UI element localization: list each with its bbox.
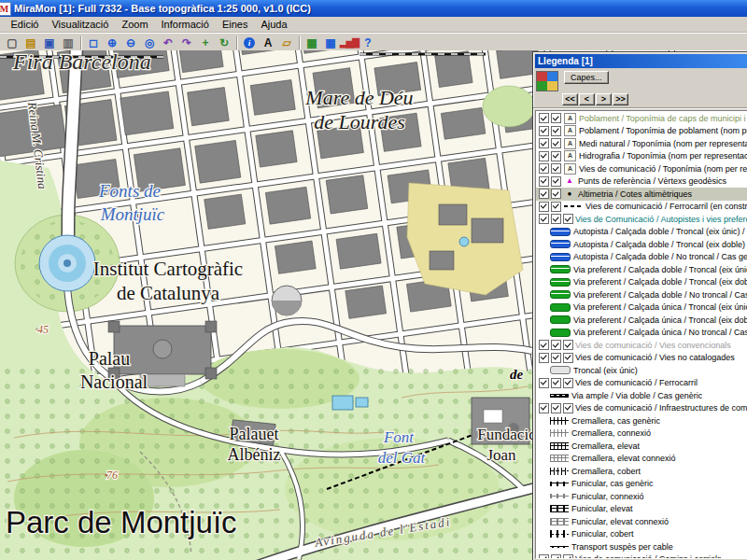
save-button[interactable]: ▣ xyxy=(40,35,59,50)
legend-row[interactable]: Funicular, connexió xyxy=(536,490,747,503)
layers-button[interactable]: Capes... xyxy=(564,71,609,84)
layer-checkbox[interactable] xyxy=(539,163,549,174)
layer-checkbox[interactable] xyxy=(551,353,561,363)
layer-checkbox[interactable] xyxy=(563,378,573,388)
layer-checkbox[interactable] xyxy=(539,113,549,123)
info-query-button[interactable]: i xyxy=(240,35,259,50)
legend-row[interactable]: Funicular, cobert xyxy=(536,528,747,541)
refresh-button[interactable]: ↻ xyxy=(215,35,233,50)
pan-button[interactable]: + xyxy=(196,35,215,50)
legend-row[interactable]: Via preferent / Calçada doble / Troncal … xyxy=(536,263,747,276)
layer-checkbox[interactable] xyxy=(563,340,573,350)
layer-checkbox[interactable] xyxy=(539,353,549,363)
layer-checkbox[interactable] xyxy=(563,353,573,363)
zoom-next-button[interactable]: ↷ xyxy=(177,35,196,50)
legend-row[interactable]: Poblament / Toponímia de caps de municip… xyxy=(536,112,747,125)
layer-checkbox[interactable] xyxy=(551,151,561,161)
menu-zoom[interactable]: Zoom xyxy=(115,18,154,31)
legend-nav-first-button[interactable]: << xyxy=(562,93,578,105)
layer-checkbox[interactable] xyxy=(551,126,561,136)
layer-checkbox[interactable] xyxy=(539,126,549,136)
legend-row[interactable]: Vies de comunicació / Ferrocarril xyxy=(536,377,747,390)
open-map-button[interactable]: ▤ xyxy=(21,35,40,50)
legend-row[interactable]: Funicular, elevat xyxy=(536,503,747,516)
layer-checkbox[interactable] xyxy=(539,202,549,212)
layer-checkbox[interactable] xyxy=(551,138,561,148)
zoom-out-button[interactable]: ⊖ xyxy=(121,35,140,50)
layer-checkbox[interactable] xyxy=(551,202,561,212)
layer-checkbox[interactable] xyxy=(539,554,549,559)
legend-row[interactable]: Vies de Comunicació / Autopistes i vies … xyxy=(536,213,747,226)
legend-row[interactable]: Funicular, cas genèric xyxy=(536,478,747,491)
legend-row[interactable]: Troncal (eix únic) xyxy=(536,364,747,377)
layer-checkbox[interactable] xyxy=(551,403,561,413)
layer-checkbox[interactable] xyxy=(539,189,549,199)
zoom-full-button[interactable]: ◎ xyxy=(140,35,159,50)
database-table-button[interactable]: ▦ xyxy=(321,35,340,50)
legend-row[interactable]: Cremallera, elevat xyxy=(536,440,747,453)
menu-ajuda[interactable]: Ajuda xyxy=(254,18,293,31)
layer-checkbox[interactable] xyxy=(551,163,561,174)
zoom-window-button[interactable]: ◻ xyxy=(84,35,103,50)
layer-checkbox[interactable] xyxy=(539,214,549,224)
legend-row[interactable]: Poblament / Toponímia de poblament (nom … xyxy=(536,125,747,138)
menu-eines[interactable]: Eines xyxy=(216,18,255,31)
legend-row[interactable]: Cremallera, elevat connexió xyxy=(536,453,747,466)
menu-informaci[interactable]: Informació xyxy=(155,18,216,31)
title-bar[interactable]: M MiraMon [1]: Full 7332 - Base topogràf… xyxy=(0,0,747,17)
legend-row[interactable]: Via ample / Via doble / Cas genèric xyxy=(536,389,747,402)
legend-row[interactable]: Vies de comunicació / Vies no catalogade… xyxy=(536,352,747,365)
legend-row[interactable]: Vies de comunicació / Toponímia (nom per… xyxy=(536,162,747,175)
layer-checkbox[interactable] xyxy=(551,378,561,388)
layer-checkbox[interactable] xyxy=(539,138,549,148)
zoom-previous-button[interactable]: ↶ xyxy=(159,35,177,50)
legend-row[interactable]: Cremallera, connexió xyxy=(536,427,747,441)
layer-checkbox[interactable] xyxy=(539,378,549,388)
legend-row[interactable]: Autopista / Calçada doble / Troncal (eix… xyxy=(536,238,747,251)
legend-row[interactable]: Funicular, elevat connexió xyxy=(536,515,747,528)
legend-row[interactable]: Punts de referència / Vèrtexs geodèsics xyxy=(536,175,747,189)
text-search-button[interactable]: A xyxy=(259,35,277,50)
legend-title-bar[interactable]: Llegenda [1] xyxy=(535,54,747,68)
legend-nav-prev-button[interactable]: < xyxy=(579,93,595,105)
legend-row[interactable]: Via preferent / Calçada doble / No tronc… xyxy=(536,288,747,301)
legend-row[interactable]: Altimetria / Cotes altimètriques xyxy=(536,188,747,201)
menu-edici[interactable]: Edició xyxy=(5,18,46,31)
legend-nav-next-button[interactable]: > xyxy=(596,93,612,105)
measure-button[interactable]: ▱ xyxy=(277,35,296,50)
legend-nav-last-button[interactable]: >> xyxy=(613,93,628,105)
layer-checkbox[interactable] xyxy=(551,554,561,559)
legend-row[interactable]: Autopista / Calçada doble / Troncal (eix… xyxy=(536,226,747,239)
help-button[interactable]: ? xyxy=(359,35,377,50)
legend-row[interactable]: Vies de comunicació / Infraestructures d… xyxy=(536,402,747,415)
zoom-in-button[interactable]: ⊕ xyxy=(103,35,121,50)
layer-checkbox[interactable] xyxy=(551,189,561,199)
legend-row[interactable]: Via preferent / Calçada única / Troncal … xyxy=(536,314,747,327)
layer-checkbox[interactable] xyxy=(563,554,573,559)
layer-checkbox[interactable] xyxy=(551,113,561,123)
legend-row[interactable]: Autopista / Calçada doble / No troncal /… xyxy=(536,251,747,264)
legend-row[interactable]: Vies de comunicació / Camins i corriols xyxy=(536,553,747,560)
layer-checkbox[interactable] xyxy=(563,403,573,413)
legend-row[interactable]: Vies de comunicació / Ferrocarril (en co… xyxy=(536,201,747,214)
legend-row[interactable]: Vies de comunicació / Vies convencionals xyxy=(536,339,747,352)
layer-checkbox[interactable] xyxy=(539,340,549,350)
layer-checkbox[interactable] xyxy=(539,151,549,161)
legend-window[interactable]: Llegenda [1] Capes... <<<>>> Poblament /… xyxy=(532,51,747,560)
legend-row[interactable]: Via preferent / Calçada única / No tronc… xyxy=(536,327,747,340)
print-button[interactable]: ▥ xyxy=(59,35,78,50)
attribute-table-button[interactable]: ▦ xyxy=(303,35,321,50)
new-doc-button[interactable]: ▢ xyxy=(3,35,21,50)
menu-visualitzaci[interactable]: Visualització xyxy=(45,18,115,31)
legend-row[interactable]: Cremallera, cobert xyxy=(536,465,747,478)
layer-checkbox[interactable] xyxy=(551,340,561,350)
layer-checkbox[interactable] xyxy=(551,176,561,187)
legend-row[interactable]: Hidrografia / Toponímia (nom per represe… xyxy=(536,150,747,163)
legend-row[interactable]: Cremallera, cas genèric xyxy=(536,414,747,427)
layer-checkbox[interactable] xyxy=(551,214,561,224)
chart-button[interactable]: ▂▅▇ xyxy=(340,35,359,50)
layer-checkbox[interactable] xyxy=(539,403,549,413)
layer-checkbox[interactable] xyxy=(563,214,573,224)
legend-row[interactable]: Via preferent / Calçada única / Troncal … xyxy=(536,301,747,315)
legend-row[interactable]: Transport suspès per cable xyxy=(536,540,747,553)
